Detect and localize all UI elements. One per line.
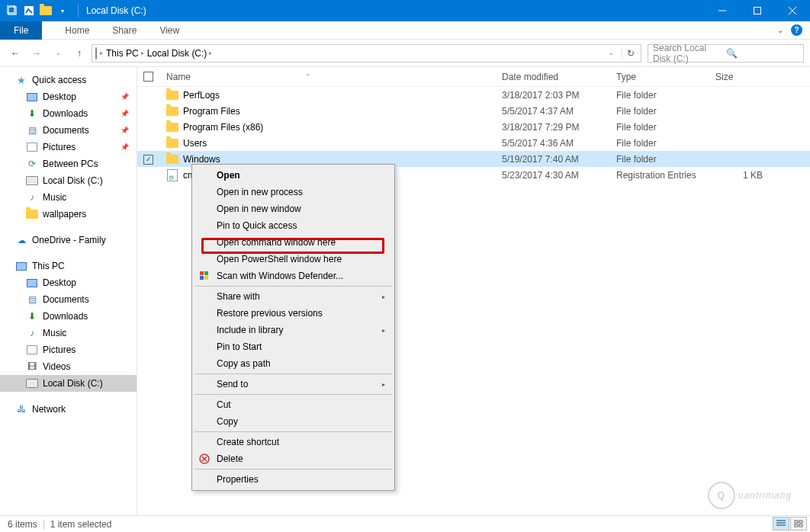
sidebar-onedrive[interactable]: ☁OneDrive - Family [0,232,137,248]
sidebar-pc-videos[interactable]: 🎞Videos [0,358,137,375]
menu-item[interactable]: Open in new process [194,184,393,200]
drive-icon [95,48,97,59]
submenu-arrow-icon: ▸ [382,381,385,388]
sidebar-pc-downloads[interactable]: ⬇Downloads [0,308,137,325]
sidebar-this-pc[interactable]: This PC [0,258,137,274]
tab-share[interactable]: Share [112,21,137,39]
file-name: Users [183,138,207,149]
svg-rect-17 [795,521,798,523]
table-row[interactable]: Users5/5/2017 4:36 AMFile folder [137,135,810,151]
documents-icon: ▤ [26,124,38,136]
menu-item[interactable]: Properties [194,471,393,488]
chevron-down-icon[interactable]: ⌄ [777,26,783,34]
desktop-icon [26,91,38,103]
column-date[interactable]: Date modified [496,67,610,86]
menu-item[interactable]: Open [194,167,393,184]
menu-item[interactable]: Share with▸ [194,288,393,305]
downloads-icon: ⬇ [26,310,38,322]
sidebar-item-music[interactable]: ♪Music [0,189,137,206]
search-icon[interactable]: 🔍 [726,48,799,59]
sidebar-pc-music[interactable]: ♪Music [0,325,137,341]
sidebar-item-documents[interactable]: ▤Documents📌 [0,122,137,139]
column-name[interactable]: Name⌃ [160,67,496,86]
minimize-button[interactable] [705,0,740,21]
menu-item-label: Open in new process [217,187,303,197]
menu-item[interactable]: Pin to Start [194,338,393,355]
menu-item[interactable]: Open PowerShell window here [194,251,393,268]
address-dropdown-icon[interactable]: ⌄ [604,50,619,56]
documents-icon: ▤ [26,293,38,306]
tab-home[interactable]: Home [65,21,89,39]
back-button[interactable]: ← [6,44,24,62]
column-type[interactable]: Type [610,67,709,86]
thumbnails-view-button[interactable] [790,517,807,530]
menu-item[interactable]: Copy [194,413,393,430]
file-type: File folder [610,106,709,117]
menu-item-label: Send to [217,379,248,389]
recent-dropdown-icon[interactable]: ⌄ [49,44,67,62]
menu-item-label: Include in library [217,325,283,335]
up-button[interactable]: ↑ [70,44,88,62]
address-bar[interactable]: ▸ This PC▸ Local Disk (C:)▸ ⌄ ↻ [92,44,641,62]
forward-button: → [27,44,46,62]
table-row[interactable]: Program Files5/5/2017 4:37 AMFile folder [137,103,810,119]
close-button[interactable] [775,0,810,21]
menu-item[interactable]: Restore previous versions [194,305,393,322]
file-type: File folder [610,154,709,165]
downloads-icon: ⬇ [26,107,38,120]
menu-item[interactable]: Create shortcut [194,434,393,450]
checkbox-icon[interactable]: ✓ [143,155,153,165]
column-size[interactable]: Size [709,67,770,86]
svg-rect-20 [799,524,802,527]
menu-item-label: Pin to Quick access [217,220,297,231]
sidebar-item-between-pcs[interactable]: ⟳Between PCs [0,155,137,172]
chevron-right-icon[interactable]: ▸ [100,50,103,56]
svg-rect-18 [799,521,802,523]
menu-item-label: Open in new window [217,204,301,214]
menu-item[interactable]: Copy as path [194,355,393,372]
file-tab[interactable]: File [0,21,42,40]
file-date: 5/5/2017 4:36 AM [496,138,610,149]
menu-item[interactable]: Cut [194,396,393,413]
drive-icon [26,377,38,389]
desktop-icon [26,277,38,289]
file-type: Registration Entries [610,170,709,181]
tab-view[interactable]: View [159,21,179,39]
qa-dropdown-icon[interactable]: ▾ [56,5,69,17]
menu-item[interactable]: Pin to Quick access [194,217,393,234]
submenu-arrow-icon: ▸ [382,327,385,334]
svg-rect-4 [754,8,761,14]
menu-item[interactable]: Include in library▸ [194,322,393,338]
breadcrumb-root[interactable]: This PC▸ [106,48,144,59]
menu-item[interactable]: Delete [194,450,393,467]
sidebar-pc-desktop[interactable]: Desktop [0,274,137,291]
delete-icon [198,453,211,465]
sidebar-network[interactable]: 🖧Network [0,401,137,418]
sidebar-quick-access[interactable]: ★ Quick access [0,72,137,88]
help-icon[interactable]: ? [791,24,802,36]
refresh-button[interactable]: ↻ [622,48,639,59]
sidebar-pc-documents[interactable]: ▤Documents [0,291,137,308]
sidebar-item-wallpapers[interactable]: wallpapers [0,206,137,223]
menu-item[interactable]: Scan with Windows Defender... [194,268,393,284]
column-check[interactable] [137,67,160,86]
window-controls [705,0,810,21]
sidebar-pc-local-disk[interactable]: Local Disk (C:) [0,375,137,392]
maximize-button[interactable] [740,0,775,21]
details-view-button[interactable] [773,517,789,530]
menu-item-label: Copy as path [217,358,271,369]
menu-item[interactable]: Send to▸ [194,376,393,393]
table-row[interactable]: PerfLogs3/18/2017 2:03 PMFile folder [137,87,810,103]
menu-item[interactable]: Open in new window [194,200,393,217]
sidebar-item-downloads[interactable]: ⬇Downloads📌 [0,105,137,122]
sidebar-item-pictures[interactable]: Pictures📌 [0,139,137,155]
sidebar-item-local-disk[interactable]: Local Disk (C:) [0,172,137,189]
breadcrumb-current[interactable]: Local Disk (C:)▸ [147,48,213,59]
sidebar-item-desktop[interactable]: Desktop📌 [0,88,137,105]
table-row[interactable]: Program Files (x86)3/18/2017 7:29 PMFile… [137,119,810,135]
properties-icon[interactable] [23,5,35,17]
menu-item[interactable]: Open command window here [194,234,393,251]
search-input[interactable]: Search Local Disk (C:) 🔍 [648,44,804,62]
sidebar-pc-pictures[interactable]: Pictures [0,341,137,358]
back-stack-icon[interactable] [6,5,18,17]
